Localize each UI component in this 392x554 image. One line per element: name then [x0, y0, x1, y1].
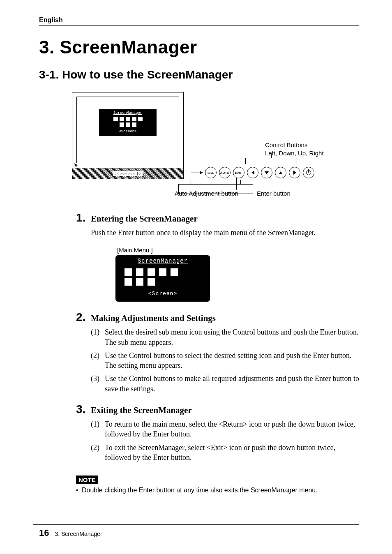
arrow-icon — [191, 173, 203, 173]
note-text: Double clicking the Enter button at any … — [76, 487, 359, 494]
header-rule — [39, 25, 359, 26]
main-menu-figure: [Main Menu ] ScreenManager <Screen> — [115, 247, 359, 302]
bezel-indicators: ○○○○○○○○ |○ — [113, 171, 143, 176]
menu-icon — [136, 268, 143, 276]
note-label: NOTE — [76, 476, 98, 484]
list-text: Use the Control buttons to make all requ… — [105, 374, 359, 394]
step-2: 2. Making Adjustments and Settings (1)Se… — [76, 311, 359, 394]
step-3: 3. Exiting the ScreenManager (1)To retur… — [76, 403, 359, 462]
leader-line — [236, 178, 237, 190]
list-text: Use the Control buttons to select the de… — [105, 351, 359, 371]
menu-icon — [148, 268, 155, 276]
monitor-outline: ScreenManager <Screen> — [72, 92, 184, 179]
step-description: Push the Enter button once to display th… — [91, 228, 359, 238]
menu-icon — [171, 268, 178, 276]
chapter-name: ScreenManager — [60, 37, 197, 57]
osd-icon — [113, 117, 118, 121]
osd-icon — [126, 117, 130, 121]
list-marker: (2) — [91, 443, 105, 463]
monitor-bezel: ○○○○○○○○ |○ — [72, 168, 183, 179]
down-button-icon — [261, 167, 272, 178]
label-control-buttons-sub: Left, Down, Up, Right — [265, 150, 324, 157]
menu-icon — [148, 278, 155, 286]
footer-rule — [33, 524, 359, 525]
osd-icon — [120, 117, 124, 121]
step-title: Entering the ScreenManager — [91, 214, 198, 224]
main-menu-preview: ScreenManager <Screen> — [115, 255, 210, 302]
list-marker: (1) — [91, 419, 105, 439]
menu-selected-item: <Screen> — [115, 291, 210, 297]
page-number: 16 — [39, 528, 49, 538]
osd-icon — [132, 122, 136, 127]
monitor-screen: ScreenManager <Screen> — [76, 97, 179, 163]
section-name: How to use the ScreenManager — [62, 68, 233, 81]
list-item: (2)Use the Control buttons to select the… — [91, 351, 359, 371]
leader-line — [211, 178, 211, 190]
panel-buttons-row: SIG. AUTO ENT. — [191, 167, 314, 178]
step-1: 1. Entering the ScreenManager Push the E… — [76, 211, 359, 302]
page-footer: 16 3. ScreenManager — [39, 528, 102, 538]
enter-button-icon: ENT. — [233, 167, 244, 178]
list-item: (1)Select the desired sub menu icon usin… — [91, 327, 359, 347]
label-control-buttons: Control Buttons — [265, 141, 307, 148]
bracket-control-buttons — [245, 158, 297, 164]
menu-icon — [136, 278, 143, 286]
step-title: Making Adjustments and Settings — [91, 313, 216, 323]
list-item: (2)To exit the ScreenManager, select <Ex… — [91, 443, 359, 463]
step-number: 1. — [76, 211, 91, 224]
svg-marker-0 — [74, 163, 78, 167]
osd-title: ScreenManager — [113, 111, 142, 115]
label-enter-button: Enter button — [257, 190, 291, 197]
list-item: (1)To return to the main menu, select th… — [91, 419, 359, 439]
right-button-icon — [289, 167, 300, 178]
section-number: 3-1. — [39, 68, 59, 81]
label-auto-adjustment: Auto Adjustment button — [175, 190, 238, 197]
main-menu-caption: [Main Menu ] — [117, 247, 359, 254]
chapter-number: 3. — [39, 37, 55, 57]
osd-icon — [132, 117, 136, 121]
section-title: 3-1. How to use the ScreenManager — [39, 68, 359, 81]
menu-icon — [125, 278, 132, 286]
sig-button-icon: SIG. — [205, 167, 217, 178]
auto-button-icon: AUTO — [219, 167, 231, 178]
step-number: 2. — [76, 311, 91, 324]
power-button-icon — [303, 167, 314, 178]
step-number: 3. — [76, 403, 91, 416]
up-button-icon — [275, 167, 286, 178]
osd-selected: <Screen> — [99, 129, 157, 134]
menu-icon — [125, 268, 132, 276]
list-marker: (3) — [91, 374, 105, 394]
footer-chapter-ref: 3. ScreenManager — [55, 531, 102, 537]
list-text: To return to the main menu, select the <… — [105, 419, 359, 439]
step-sublist: (1)To return to the main menu, select th… — [91, 419, 359, 462]
left-button-icon — [247, 167, 258, 178]
list-marker: (1) — [91, 327, 105, 347]
osd-popup: ScreenManager <Screen> — [99, 109, 157, 136]
osd-icon — [120, 122, 124, 127]
list-item: (3)Use the Control buttons to make all r… — [91, 374, 359, 394]
step-sublist: (1)Select the desired sub menu icon usin… — [91, 327, 359, 394]
step-title: Exiting the ScreenManager — [91, 405, 192, 416]
menu-title: ScreenManager — [138, 258, 188, 264]
list-text: Select the desired sub menu icon using t… — [105, 327, 359, 347]
cursor-icon — [74, 162, 78, 166]
osd-icon — [126, 122, 130, 127]
osd-icon — [138, 117, 143, 121]
language-header: English — [39, 16, 359, 24]
list-text: To exit the ScreenManager, select <Exit>… — [105, 443, 359, 463]
figure-monitor-diagram: ScreenManager <Screen> — [72, 92, 359, 207]
menu-icon — [159, 268, 166, 276]
chapter-title: 3. ScreenManager — [39, 37, 359, 58]
list-marker: (2) — [91, 351, 105, 371]
